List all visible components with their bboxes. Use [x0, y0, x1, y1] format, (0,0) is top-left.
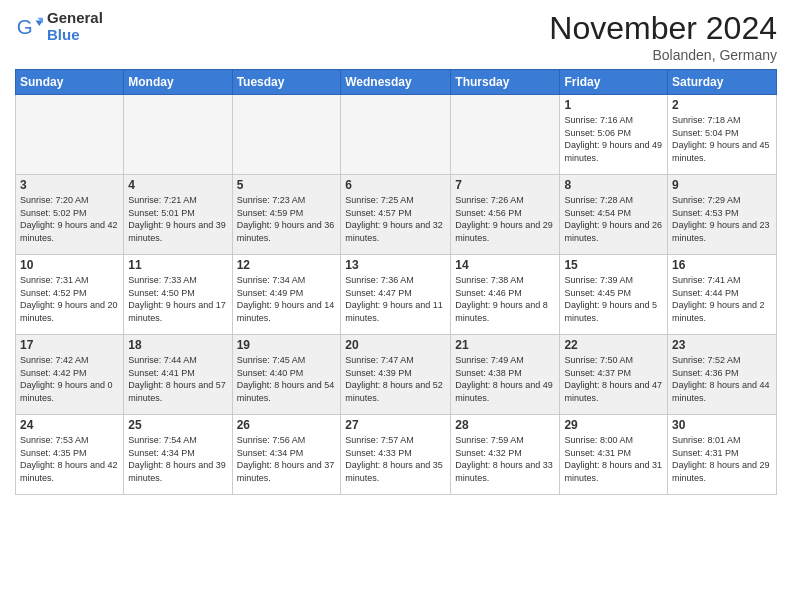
table-row: 8Sunrise: 7:28 AMSunset: 4:54 PMDaylight… — [560, 175, 668, 255]
day-info: Sunrise: 7:59 AMSunset: 4:32 PMDaylight:… — [455, 434, 555, 484]
day-info: Sunrise: 7:52 AMSunset: 4:36 PMDaylight:… — [672, 354, 772, 404]
table-row: 23Sunrise: 7:52 AMSunset: 4:36 PMDayligh… — [668, 335, 777, 415]
table-row: 26Sunrise: 7:56 AMSunset: 4:34 PMDayligh… — [232, 415, 341, 495]
day-info: Sunrise: 7:20 AMSunset: 5:02 PMDaylight:… — [20, 194, 119, 244]
header-saturday: Saturday — [668, 70, 777, 95]
svg-text:G: G — [17, 14, 33, 37]
table-row: 28Sunrise: 7:59 AMSunset: 4:32 PMDayligh… — [451, 415, 560, 495]
location: Bolanden, Germany — [549, 47, 777, 63]
day-info: Sunrise: 8:00 AMSunset: 4:31 PMDaylight:… — [564, 434, 663, 484]
day-number: 1 — [564, 98, 663, 112]
day-number: 10 — [20, 258, 119, 272]
day-number: 20 — [345, 338, 446, 352]
table-row — [124, 95, 232, 175]
header: G General Blue November 2024 Bolanden, G… — [15, 10, 777, 63]
day-info: Sunrise: 8:01 AMSunset: 4:31 PMDaylight:… — [672, 434, 772, 484]
day-number: 5 — [237, 178, 337, 192]
table-row: 13Sunrise: 7:36 AMSunset: 4:47 PMDayligh… — [341, 255, 451, 335]
day-number: 12 — [237, 258, 337, 272]
day-info: Sunrise: 7:33 AMSunset: 4:50 PMDaylight:… — [128, 274, 227, 324]
table-row — [232, 95, 341, 175]
day-number: 11 — [128, 258, 227, 272]
table-row: 25Sunrise: 7:54 AMSunset: 4:34 PMDayligh… — [124, 415, 232, 495]
table-row: 9Sunrise: 7:29 AMSunset: 4:53 PMDaylight… — [668, 175, 777, 255]
calendar-week-row: 10Sunrise: 7:31 AMSunset: 4:52 PMDayligh… — [16, 255, 777, 335]
day-number: 8 — [564, 178, 663, 192]
header-monday: Monday — [124, 70, 232, 95]
header-tuesday: Tuesday — [232, 70, 341, 95]
day-info: Sunrise: 7:57 AMSunset: 4:33 PMDaylight:… — [345, 434, 446, 484]
day-number: 14 — [455, 258, 555, 272]
day-number: 18 — [128, 338, 227, 352]
day-number: 13 — [345, 258, 446, 272]
day-number: 9 — [672, 178, 772, 192]
day-info: Sunrise: 7:44 AMSunset: 4:41 PMDaylight:… — [128, 354, 227, 404]
calendar-table: Sunday Monday Tuesday Wednesday Thursday… — [15, 69, 777, 495]
day-info: Sunrise: 7:29 AMSunset: 4:53 PMDaylight:… — [672, 194, 772, 244]
day-number: 16 — [672, 258, 772, 272]
table-row: 6Sunrise: 7:25 AMSunset: 4:57 PMDaylight… — [341, 175, 451, 255]
day-info: Sunrise: 7:23 AMSunset: 4:59 PMDaylight:… — [237, 194, 337, 244]
table-row: 1Sunrise: 7:16 AMSunset: 5:06 PMDaylight… — [560, 95, 668, 175]
table-row: 3Sunrise: 7:20 AMSunset: 5:02 PMDaylight… — [16, 175, 124, 255]
calendar-week-row: 3Sunrise: 7:20 AMSunset: 5:02 PMDaylight… — [16, 175, 777, 255]
table-row: 18Sunrise: 7:44 AMSunset: 4:41 PMDayligh… — [124, 335, 232, 415]
day-number: 2 — [672, 98, 772, 112]
day-number: 29 — [564, 418, 663, 432]
header-sunday: Sunday — [16, 70, 124, 95]
day-info: Sunrise: 7:36 AMSunset: 4:47 PMDaylight:… — [345, 274, 446, 324]
day-info: Sunrise: 7:56 AMSunset: 4:34 PMDaylight:… — [237, 434, 337, 484]
header-wednesday: Wednesday — [341, 70, 451, 95]
table-row: 12Sunrise: 7:34 AMSunset: 4:49 PMDayligh… — [232, 255, 341, 335]
day-number: 26 — [237, 418, 337, 432]
day-number: 21 — [455, 338, 555, 352]
table-row: 15Sunrise: 7:39 AMSunset: 4:45 PMDayligh… — [560, 255, 668, 335]
table-row — [16, 95, 124, 175]
day-info: Sunrise: 7:28 AMSunset: 4:54 PMDaylight:… — [564, 194, 663, 244]
logo-text: General Blue — [47, 10, 103, 43]
main-container: G General Blue November 2024 Bolanden, G… — [0, 0, 792, 612]
calendar-week-row: 17Sunrise: 7:42 AMSunset: 4:42 PMDayligh… — [16, 335, 777, 415]
day-number: 17 — [20, 338, 119, 352]
table-row: 19Sunrise: 7:45 AMSunset: 4:40 PMDayligh… — [232, 335, 341, 415]
day-info: Sunrise: 7:47 AMSunset: 4:39 PMDaylight:… — [345, 354, 446, 404]
day-number: 3 — [20, 178, 119, 192]
day-info: Sunrise: 7:16 AMSunset: 5:06 PMDaylight:… — [564, 114, 663, 164]
table-row: 27Sunrise: 7:57 AMSunset: 4:33 PMDayligh… — [341, 415, 451, 495]
day-info: Sunrise: 7:53 AMSunset: 4:35 PMDaylight:… — [20, 434, 119, 484]
table-row: 30Sunrise: 8:01 AMSunset: 4:31 PMDayligh… — [668, 415, 777, 495]
day-number: 19 — [237, 338, 337, 352]
day-info: Sunrise: 7:25 AMSunset: 4:57 PMDaylight:… — [345, 194, 446, 244]
day-info: Sunrise: 7:21 AMSunset: 5:01 PMDaylight:… — [128, 194, 227, 244]
month-title: November 2024 — [549, 10, 777, 47]
day-info: Sunrise: 7:54 AMSunset: 4:34 PMDaylight:… — [128, 434, 227, 484]
table-row: 7Sunrise: 7:26 AMSunset: 4:56 PMDaylight… — [451, 175, 560, 255]
day-info: Sunrise: 7:26 AMSunset: 4:56 PMDaylight:… — [455, 194, 555, 244]
table-row: 2Sunrise: 7:18 AMSunset: 5:04 PMDaylight… — [668, 95, 777, 175]
day-number: 27 — [345, 418, 446, 432]
day-number: 22 — [564, 338, 663, 352]
table-row: 17Sunrise: 7:42 AMSunset: 4:42 PMDayligh… — [16, 335, 124, 415]
table-row — [341, 95, 451, 175]
logo-blue: Blue — [47, 27, 103, 44]
day-info: Sunrise: 7:18 AMSunset: 5:04 PMDaylight:… — [672, 114, 772, 164]
table-row: 21Sunrise: 7:49 AMSunset: 4:38 PMDayligh… — [451, 335, 560, 415]
day-number: 6 — [345, 178, 446, 192]
day-number: 23 — [672, 338, 772, 352]
title-block: November 2024 Bolanden, Germany — [549, 10, 777, 63]
calendar-week-row: 1Sunrise: 7:16 AMSunset: 5:06 PMDaylight… — [16, 95, 777, 175]
calendar-week-row: 24Sunrise: 7:53 AMSunset: 4:35 PMDayligh… — [16, 415, 777, 495]
header-friday: Friday — [560, 70, 668, 95]
day-info: Sunrise: 7:41 AMSunset: 4:44 PMDaylight:… — [672, 274, 772, 324]
calendar-header-row: Sunday Monday Tuesday Wednesday Thursday… — [16, 70, 777, 95]
day-info: Sunrise: 7:50 AMSunset: 4:37 PMDaylight:… — [564, 354, 663, 404]
day-number: 4 — [128, 178, 227, 192]
logo: G General Blue — [15, 10, 103, 43]
logo-icon: G — [15, 13, 43, 41]
day-number: 30 — [672, 418, 772, 432]
day-number: 24 — [20, 418, 119, 432]
header-thursday: Thursday — [451, 70, 560, 95]
table-row: 22Sunrise: 7:50 AMSunset: 4:37 PMDayligh… — [560, 335, 668, 415]
table-row: 29Sunrise: 8:00 AMSunset: 4:31 PMDayligh… — [560, 415, 668, 495]
table-row: 10Sunrise: 7:31 AMSunset: 4:52 PMDayligh… — [16, 255, 124, 335]
